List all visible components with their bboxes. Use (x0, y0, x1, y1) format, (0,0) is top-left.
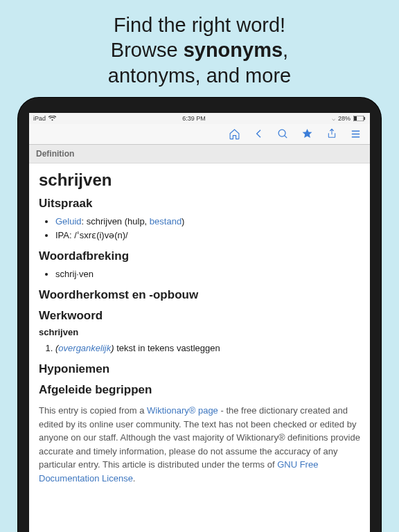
section-werkwoord: Werkwoord (39, 309, 360, 323)
menu-icon[interactable] (350, 128, 362, 140)
home-icon[interactable] (229, 128, 240, 140)
uitspraak-geluid: Geluid: schrijven (hulp, bestand) (55, 215, 360, 229)
bestand-link[interactable]: bestand (150, 216, 181, 227)
promo-line3: antonyms, and more (108, 64, 291, 87)
wiktionary-link[interactable]: Wiktionary® page (147, 405, 218, 416)
overgankelijk-link[interactable]: overgankelijk (58, 343, 111, 353)
svg-point-3 (278, 130, 285, 136)
section-woordherkomst: Woordherkomst en -opbouw (39, 288, 360, 302)
battery-icon (353, 116, 366, 121)
wifi-icon (48, 116, 56, 121)
uitspraak-ipa: IPA: /ˈsxrɛ(i)və(n)/ (55, 229, 360, 242)
promo-line2-prefix: Browse (111, 39, 184, 61)
section-afgeleide: Afgeleide begrippen (39, 383, 360, 397)
status-bar: iPad 6:39 PM ⌵ 28% (29, 113, 370, 124)
promo-line1: Find the right word! (114, 14, 285, 36)
attribution-footer: This entry is copied from a Wiktionary® … (39, 404, 360, 485)
battery-percent: 28% (338, 115, 351, 122)
werkwoord-sub: schrijven (39, 327, 360, 337)
section-label: Definition (29, 145, 370, 163)
toolbar (29, 124, 370, 145)
section-hyponiemen: Hyponiemen (39, 362, 360, 376)
section-uitspraak: Uitspraak (39, 197, 360, 211)
star-icon[interactable] (301, 128, 313, 140)
back-icon[interactable] (253, 128, 265, 140)
woordafbreking-value: schrij·ven (55, 267, 360, 281)
werkwoord-def: (overgankelijk) tekst in tekens vastlegg… (55, 342, 360, 355)
carrier-label: iPad (33, 115, 46, 122)
device-frame: iPad 6:39 PM ⌵ 28% (18, 98, 381, 532)
status-time: 6:39 PM (182, 115, 206, 122)
device-screen: iPad 6:39 PM ⌵ 28% (29, 113, 370, 532)
bluetooth-icon: ⌵ (332, 115, 335, 122)
search-icon[interactable] (277, 128, 289, 140)
svg-rect-1 (354, 116, 357, 121)
headword: schrijven (39, 170, 360, 190)
promo-banner: Find the right word! Browse synonyms, an… (0, 0, 399, 98)
promo-line2-suffix: , (283, 39, 288, 61)
definition-content: schrijven Uitspraak Geluid: schrijven (h… (29, 163, 370, 498)
share-icon[interactable] (326, 128, 337, 140)
section-woordafbreking: Woordafbreking (39, 249, 360, 263)
svg-rect-2 (364, 117, 366, 120)
geluid-link[interactable]: Geluid (55, 216, 82, 227)
promo-line2-bold: synonyms (184, 39, 283, 61)
